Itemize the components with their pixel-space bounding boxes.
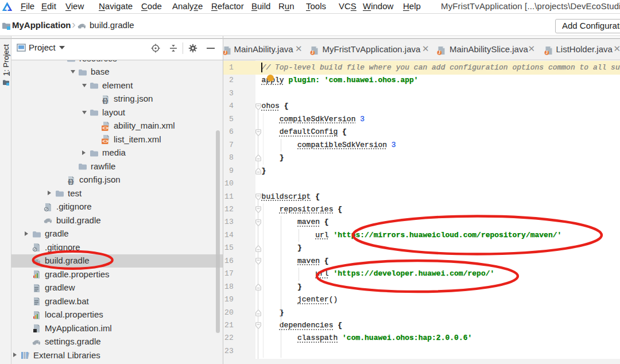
svg-text:J: J [312,50,314,55]
svg-text:<>: <> [102,126,108,131]
svg-text:<>: <> [102,139,108,144]
svg-text:J: J [546,50,548,55]
svg-text:J: J [439,50,441,55]
svg-text:J: J [224,50,227,55]
